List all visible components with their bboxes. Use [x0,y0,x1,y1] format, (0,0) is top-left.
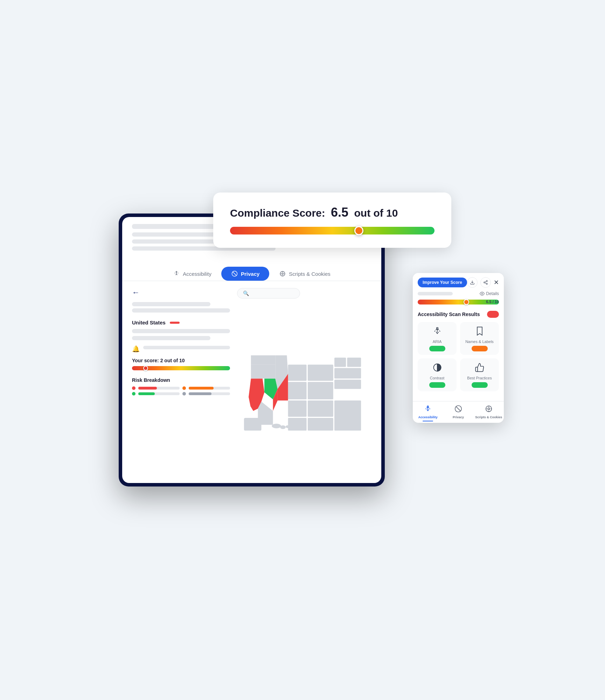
svg-point-4 [282,273,284,275]
compliance-thumb [354,226,363,235]
details-label: Details [486,291,499,296]
svg-line-18 [456,407,461,411]
tab-accessibility[interactable]: Accessibility [163,267,221,281]
scan-card-aria: ARIA [418,322,457,355]
risk-bar-fill-1 [138,387,157,390]
bell-skeleton [143,346,230,349]
risk-row-1 [132,386,230,390]
search-row: 🔍 [237,288,371,299]
widget-header: Improve Your Score [413,273,504,291]
tab-privacy-label: Privacy [241,271,259,277]
download-button[interactable] [467,277,478,288]
accessibility-tab-icon [173,270,180,277]
state-alaska [244,418,262,430]
best-practices-status [472,382,488,388]
state-ne [334,358,346,367]
state-s3 [288,418,307,430]
state-s4 [308,418,333,430]
widget-nav-privacy-label: Privacy [453,415,464,419]
contrast-status [429,382,445,388]
panel-skeleton-1 [132,302,210,306]
widget-nav-accessibility[interactable]: Accessibility [413,405,443,421]
search-icon: 🔍 [243,290,249,296]
details-link[interactable]: Details [480,291,499,296]
widget-nav-scripts-label: Scripts & Cookies [475,415,502,419]
names-labels-label: Names & Labels [465,340,494,344]
widget-section-title: Accessibility Scan Results [418,311,499,318]
contrast-icon [432,363,442,374]
location-skeleton-2 [132,336,210,340]
state-se [334,400,361,430]
state-s1 [288,400,307,416]
bell-icon: 🔔 [132,345,140,353]
names-labels-icon [475,326,485,337]
risk-bar-bg-4 [189,392,230,395]
aria-icon [432,326,442,337]
section-red-badge [487,311,499,318]
location-row: United States [132,320,230,326]
svg-point-7 [484,282,485,283]
widget-nav-scripts[interactable]: Scripts & Cookies [473,405,504,421]
risk-bar-bg-2 [189,387,230,390]
scene: Compliance Score: 6.5 out of 10 [119,192,486,507]
nav-tabs: Accessibility Privacy [122,260,381,281]
state-mid-ne [334,368,361,379]
share-button[interactable] [480,277,491,288]
widget-url-row: Details [418,291,499,296]
state-oregon [251,365,276,379]
state-me [347,358,361,367]
widget-body: Details 6.5 / 10 Accessibility Scan Resu… [413,291,504,401]
state-hawaii-3 [286,425,290,428]
tab-scripts-label: Scripts & Cookies [289,271,330,277]
compliance-score: 6.5 [331,205,348,219]
risk-dot-orange [182,386,186,390]
widget-url-skeleton [418,292,453,295]
scan-card-best-practices: Best Practices [460,358,499,391]
svg-line-2 [232,272,237,276]
location-label: United States [132,320,166,326]
risk-bar-fill-3 [138,392,155,395]
us-map-svg [237,304,371,476]
score-thumb [143,366,148,371]
tab-privacy[interactable]: Privacy [221,267,269,281]
gradient-bar-track [230,227,434,234]
improve-score-button[interactable]: Improve Your Score [418,278,467,287]
risk-bar-fill-4 [189,392,211,395]
score-bar-wrap [132,366,230,372]
widget-score-bar-wrap: 6.5 / 10 [418,300,499,306]
state-hawaii-2 [280,425,286,429]
location-section: United States [132,320,230,340]
widget-score-thumb [464,299,469,305]
state-washington [251,355,276,364]
names-labels-status [472,346,488,351]
svg-point-6 [486,280,488,282]
score-section: Your score: 2 out of 10 [132,358,230,372]
state-mw1 [288,365,307,381]
panel-skeleton-2 [132,308,230,313]
score-text: Your score: 2 out of 10 [132,358,230,363]
compliance-suffix: out of 10 [354,207,398,219]
risk-title: Risk Breakdown [132,377,230,383]
tab-scripts[interactable]: Scripts & Cookies [269,267,340,281]
scan-card-names-labels: Names & Labels [460,322,499,355]
best-practices-icon [475,363,485,374]
widget-nav-privacy[interactable]: Privacy [443,405,474,421]
compliance-title: Compliance Score: 6.5 out of 10 [230,205,434,220]
aria-status [429,346,445,351]
widget-nav-privacy-icon [454,405,462,414]
back-button[interactable]: ← [132,288,230,297]
svg-line-9 [485,283,486,284]
state-mw2 [308,365,333,381]
widget-nav: Accessibility Privacy [413,401,504,423]
close-button[interactable]: ✕ [494,279,499,286]
state-hawaii-1 [272,424,281,428]
state-s2 [308,400,333,416]
tab-accessibility-label: Accessibility [183,271,211,277]
scan-card-contrast: Contrast [418,358,457,391]
risk-bar-bg-3 [138,392,180,395]
risk-rows [132,386,230,396]
search-box[interactable]: 🔍 [237,288,300,299]
widget-nav-accessibility-icon [424,405,432,414]
widget-panel: Improve Your Score [413,273,504,423]
svg-point-11 [482,293,483,294]
